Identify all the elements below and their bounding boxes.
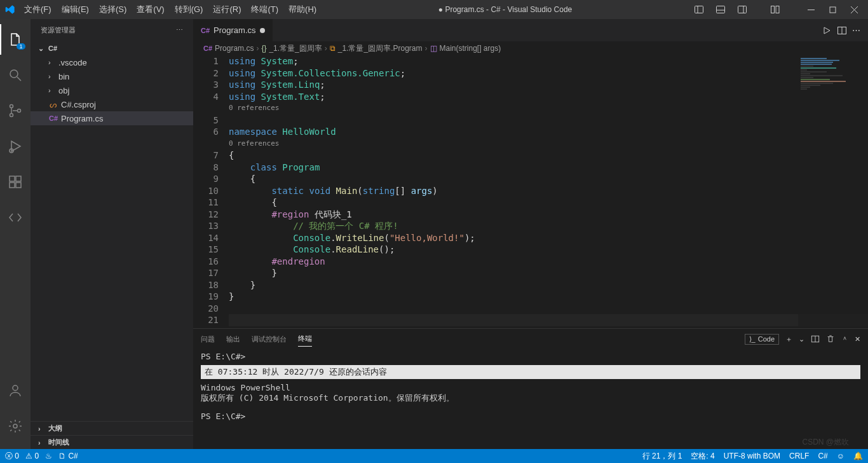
launch-profile[interactable]: ⟩_Code — [745, 334, 779, 345]
svg-point-24 — [13, 424, 17, 428]
close-panel-icon[interactable]: ✕ — [855, 335, 860, 343]
code-lines[interactable]: using System; using System.Collections.G… — [229, 55, 868, 328]
svg-point-23 — [13, 385, 18, 390]
customize-layout-icon[interactable] — [766, 3, 784, 17]
toggle-secondary-sidebar-icon[interactable] — [733, 3, 751, 17]
panel-tab-debug-console[interactable]: 调试控制台 — [252, 332, 287, 347]
panel-tab-output[interactable]: 输出 — [226, 332, 240, 347]
panel-tab-problems[interactable]: 问题 — [201, 332, 215, 347]
editor-tabs: C# Program.cs ⋯ — [193, 19, 868, 41]
tree-label: C#.csproj — [61, 100, 96, 109]
csproj-file-icon: ᔕ — [48, 100, 58, 109]
folder-bin[interactable]: ›bin — [31, 69, 193, 83]
svg-point-15 — [10, 114, 13, 117]
menu-run[interactable]: 运行(R) — [209, 1, 245, 18]
session-restore-bar: 在 07:35:12 时从 2022/7/9 还原的会话内容 — [201, 365, 860, 379]
terminal-line: 版权所有 (C) 2014 Microsoft Corporation。保留所有… — [201, 392, 860, 404]
panel-tabs: 问题 输出 调试控制台 终端 ⟩_Code ＋ ⌄ ＾ ✕ — [193, 329, 868, 349]
svg-rect-2 — [717, 6, 725, 13]
file-csproj[interactable]: ᔕC#.csproj — [31, 97, 193, 111]
chevron-down-icon: ⌄ — [38, 45, 46, 53]
sidebar-title: 资源管理器 — [41, 25, 76, 35]
maximize-icon[interactable] — [824, 3, 841, 17]
status-encoding[interactable]: UTF-8 with BOM — [724, 452, 780, 460]
titlebar: 文件(F) 编辑(E) 选择(S) 查看(V) 转到(G) 运行(R) 终端(T… — [0, 0, 868, 19]
breadcrumb-class[interactable]: _1.常量_圆周率.Program — [338, 43, 423, 54]
menubar: 文件(F) 编辑(E) 选择(S) 查看(V) 转到(G) 运行(R) 终端(T… — [20, 1, 320, 18]
explorer-tree: ⌄ C# ›.vscode ›bin ›obj ᔕC#.csproj C#Pro… — [31, 41, 193, 421]
new-terminal-icon[interactable]: ＋ — [785, 335, 792, 344]
source-control-icon[interactable] — [0, 95, 31, 126]
svg-rect-6 — [771, 6, 775, 13]
watermark: CSDN @燃吹 — [802, 437, 849, 448]
remote-icon[interactable] — [0, 202, 31, 233]
explorer-icon[interactable]: 1 — [0, 24, 31, 55]
more-actions-icon[interactable]: ⋯ — [852, 25, 860, 35]
svg-rect-19 — [10, 176, 15, 181]
tab-program-cs[interactable]: C# Program.cs — [193, 19, 273, 41]
menu-terminal[interactable]: 终端(T) — [247, 1, 282, 18]
title-controls — [690, 3, 863, 17]
kill-terminal-icon[interactable] — [826, 335, 835, 343]
search-icon[interactable] — [0, 60, 31, 90]
split-terminal-icon[interactable] — [811, 335, 820, 343]
extensions-icon[interactable] — [0, 167, 31, 197]
status-project[interactable]: 🗋 C# — [58, 452, 78, 460]
settings-gear-icon[interactable] — [0, 411, 31, 441]
split-editor-icon[interactable] — [837, 25, 847, 36]
status-feedback-icon[interactable]: ☺ — [837, 452, 844, 460]
menu-file[interactable]: 文件(F) — [20, 1, 55, 18]
svg-marker-25 — [824, 27, 830, 34]
breadcrumb[interactable]: C# Program.cs › {} _1.常量_圆周率 › ⧉ _1.常量_圆… — [193, 41, 868, 55]
breadcrumb-namespace[interactable]: _1.常量_圆周率 — [269, 43, 322, 54]
svg-point-16 — [18, 109, 21, 113]
run-debug-icon[interactable] — [0, 131, 31, 162]
run-icon[interactable] — [822, 25, 832, 36]
toggle-panel-icon[interactable] — [712, 3, 729, 17]
toggle-primary-sidebar-icon[interactable] — [690, 3, 708, 17]
status-bell-icon[interactable]: 🔔 — [853, 452, 863, 460]
minimap[interactable] — [798, 55, 868, 328]
outline-label: 大纲 — [48, 424, 62, 433]
status-errors[interactable]: ⓧ 0 — [5, 451, 19, 462]
status-flame-icon[interactable]: ♨ — [45, 452, 52, 460]
maximize-panel-icon[interactable]: ＾ — [841, 335, 848, 344]
terminal-body[interactable]: PS E:\C#> 在 07:35:12 时从 2022/7/9 还原的会话内容… — [193, 349, 868, 449]
close-icon[interactable] — [845, 3, 863, 17]
class-icon: ⧉ — [330, 44, 336, 53]
menu-view[interactable]: 查看(V) — [133, 1, 168, 18]
breadcrumb-file[interactable]: Program.cs — [215, 44, 254, 53]
code-editor[interactable]: 1234 56 789101112131415161718192021 usin… — [193, 55, 868, 328]
folder-vscode[interactable]: ›.vscode — [31, 55, 193, 69]
csharp-file-icon: C# — [48, 114, 58, 122]
unsaved-dot-icon — [260, 28, 265, 33]
status-eol[interactable]: CRLF — [789, 452, 809, 460]
timeline-section[interactable]: ›时间线 — [31, 435, 193, 449]
panel-tab-terminal[interactable]: 终端 — [298, 331, 312, 347]
terminal-dropdown-icon[interactable]: ⌄ — [799, 335, 804, 343]
menu-help[interactable]: 帮助(H) — [285, 1, 320, 18]
method-icon: ◫ — [430, 44, 437, 53]
terminal-line: PS E:\C#> — [201, 352, 860, 361]
namespace-icon: {} — [261, 44, 266, 53]
csharp-file-icon: C# — [201, 27, 210, 34]
menu-selection[interactable]: 选择(S) — [95, 1, 130, 18]
status-warnings[interactable]: ⚠ 0 — [25, 452, 39, 460]
svg-rect-9 — [830, 7, 836, 13]
folder-obj[interactable]: ›obj — [31, 83, 193, 97]
status-line-col[interactable]: 行 21，列 1 — [642, 451, 682, 462]
file-program-cs[interactable]: C#Program.cs — [31, 111, 193, 125]
workspace-root[interactable]: ⌄ C# — [31, 41, 193, 55]
status-indent[interactable]: 空格: 4 — [691, 451, 714, 462]
menu-edit[interactable]: 编辑(E) — [58, 1, 93, 18]
accounts-icon[interactable] — [0, 375, 31, 406]
outline-section[interactable]: ›大纲 — [31, 421, 193, 435]
breadcrumb-method[interactable]: Main(string[] args) — [440, 44, 501, 53]
sidebar-more-icon[interactable]: ⋯ — [176, 26, 183, 34]
svg-rect-20 — [10, 183, 15, 188]
tree-label: .vscode — [58, 58, 87, 67]
minimize-icon[interactable] — [802, 3, 820, 17]
menu-go[interactable]: 转到(G) — [171, 1, 207, 18]
status-language[interactable]: C# — [818, 452, 827, 460]
svg-rect-0 — [695, 6, 703, 13]
